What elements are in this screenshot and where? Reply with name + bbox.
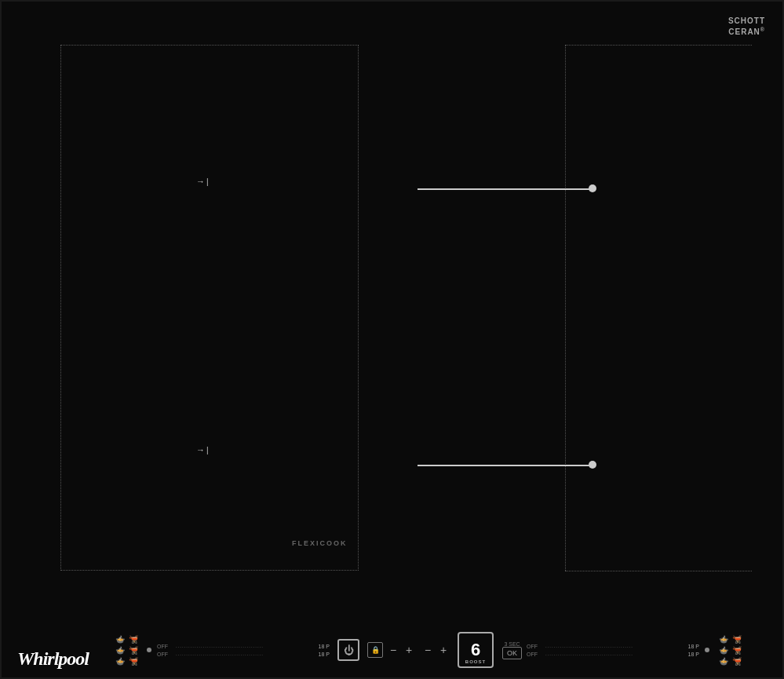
pot-icon-2: 🫕 <box>129 635 138 644</box>
schott-ceran-logo: SCHOTTCERAN® <box>728 16 765 37</box>
right-zone-border-bottom <box>565 571 752 571</box>
right-pot-icon-4: 🫕 <box>732 646 742 655</box>
right-pot-icon-2: 🫕 <box>732 635 742 644</box>
right-pot-icon-5: 🍲 <box>719 657 728 666</box>
right-pot-icons: 🍲 🫕 🍲 🫕 🍲 🫕 <box>719 635 742 666</box>
top-right-burner-dot <box>589 184 596 192</box>
right-zone-border-top <box>565 45 752 46</box>
controls-panel: Whirlpool 🍲 🫕 🍲 🫕 🍲 🫕 <box>2 591 782 677</box>
left-slider-top: OFF ....................................… <box>157 644 330 649</box>
pot-icon-6: 🫕 <box>129 657 138 666</box>
top-left-burner-indicator: → | <box>196 177 209 186</box>
right-slider-bottom: OFF ....................................… <box>527 652 699 657</box>
cooktop: SCHOTTCERAN® → | → | FLEXICOOK Whirlpool <box>0 0 784 679</box>
child-lock-icon[interactable]: 🔒 <box>367 642 383 658</box>
pot-icon-1: 🍲 <box>115 635 125 644</box>
left-plus-minus: − + <box>388 644 414 656</box>
bottom-right-burner-line <box>418 465 594 466</box>
bottom-right-burner-dot <box>589 461 596 469</box>
arrow-icon: → <box>196 445 205 454</box>
sec-ok-area: 3 SEC OK <box>502 641 522 659</box>
indicator-lines: | <box>206 177 209 186</box>
left-pot-icons: 🍲 🫕 🍲 🫕 🍲 🫕 <box>115 635 138 666</box>
left-minus-button[interactable]: − <box>388 644 399 656</box>
dot-right-1 <box>705 648 709 652</box>
right-pot-icon-1: 🍲 <box>719 635 728 644</box>
left-slider-bottom: OFF ....................................… <box>157 652 330 657</box>
left-power-sliders: OFF ....................................… <box>157 644 330 657</box>
right-power-sliders: OFF ....................................… <box>527 644 699 657</box>
ok-button[interactable]: OK <box>502 647 522 659</box>
right-pot-icon-3: 🍲 <box>719 646 728 655</box>
left-minus2-button[interactable]: − <box>422 644 433 656</box>
flexicook-label: FLEXICOOK <box>292 539 348 547</box>
right-zone-border-vertical <box>565 45 566 571</box>
pot-icon-5: 🍲 <box>115 657 125 666</box>
controls-row: 🍲 🫕 🍲 🫕 🍲 🫕 OFF ................. <box>115 632 773 668</box>
left-flexicook-zone <box>60 45 359 571</box>
right-pot-icon-6: 🫕 <box>732 657 742 666</box>
bottom-left-burner-indicator: → | <box>196 445 209 454</box>
indicator-lines: | <box>206 446 209 454</box>
right-slider-top: OFF ....................................… <box>527 644 699 649</box>
timer-display[interactable]: 6 BOOST <box>458 632 494 668</box>
dot-left-1 <box>147 648 151 652</box>
pot-icon-3: 🍲 <box>115 646 125 655</box>
power-button[interactable]: ⏻ <box>337 639 359 661</box>
pot-icon-4: 🫕 <box>129 646 138 655</box>
left-plus2-button[interactable]: + <box>438 644 449 656</box>
arrow-icon: → <box>196 177 205 186</box>
left-plus-button[interactable]: + <box>403 644 414 656</box>
left-plus-minus-2: − + <box>422 644 449 656</box>
top-right-burner-line <box>418 188 594 190</box>
whirlpool-logo: Whirlpool <box>17 648 111 670</box>
